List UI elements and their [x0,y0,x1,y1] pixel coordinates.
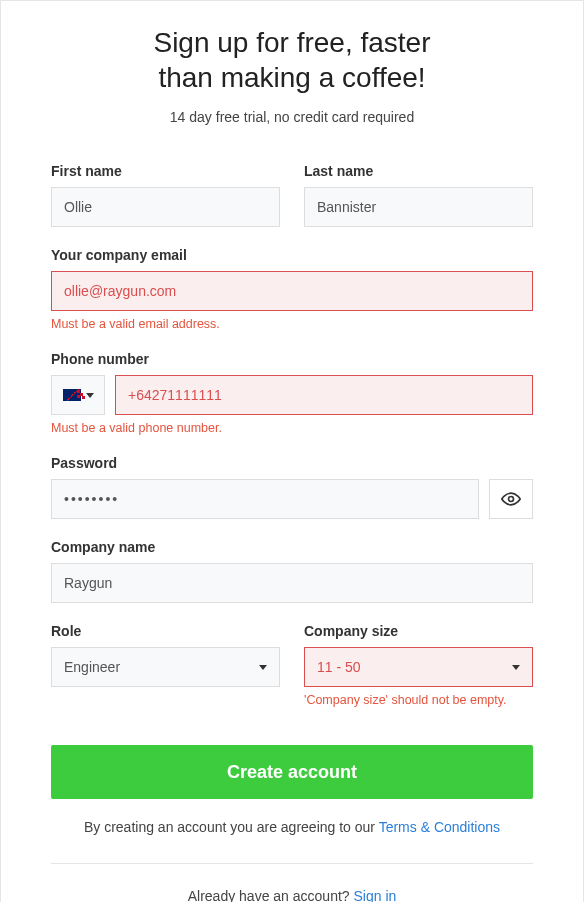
password-field: Password [51,455,533,519]
terms-link[interactable]: Terms & Conditions [379,819,500,835]
company-name-input[interactable] [51,563,533,603]
terms-text: By creating an account you are agreeing … [51,819,533,835]
last-name-input[interactable] [304,187,533,227]
company-size-field: Company size 11 - 50 'Company size' shou… [304,623,533,707]
email-field: Your company email Must be a valid email… [51,247,533,331]
company-name-label: Company name [51,539,533,555]
page-title: Sign up for free, faster than making a c… [51,25,533,95]
signin-prefix: Already have an account? [188,888,354,902]
create-account-button[interactable]: Create account [51,745,533,799]
terms-prefix: By creating an account you are agreeing … [84,819,379,835]
first-name-input[interactable] [51,187,280,227]
phone-field: Phone number Must be a valid phone numbe… [51,351,533,435]
phone-error: Must be a valid phone number. [51,421,533,435]
subheading: 14 day free trial, no credit card requir… [51,109,533,125]
email-error: Must be a valid email address. [51,317,533,331]
company-size-select[interactable]: 11 - 50 [304,647,533,687]
phone-input[interactable] [115,375,533,415]
svg-point-0 [509,497,514,502]
password-label: Password [51,455,533,471]
signin-text: Already have an account? Sign in [51,888,533,902]
first-name-label: First name [51,163,280,179]
toggle-password-button[interactable] [489,479,533,519]
divider [51,863,533,864]
email-label: Your company email [51,247,533,263]
role-select[interactable]: Engineer [51,647,280,687]
role-value: Engineer [64,659,120,675]
company-name-field: Company name [51,539,533,603]
company-size-value: 11 - 50 [317,659,361,675]
company-size-error: 'Company size' should not be empty. [304,693,533,707]
first-name-field: First name [51,163,280,227]
heading-line2: than making a coffee! [158,62,425,93]
phone-label: Phone number [51,351,533,367]
email-input[interactable] [51,271,533,311]
eye-icon [501,492,521,506]
last-name-field: Last name [304,163,533,227]
role-field: Role Engineer [51,623,280,707]
chevron-down-icon [86,393,94,398]
chevron-down-icon [259,665,267,670]
company-size-label: Company size [304,623,533,639]
role-label: Role [51,623,280,639]
last-name-label: Last name [304,163,533,179]
signup-form: Sign up for free, faster than making a c… [0,0,584,902]
flag-icon [63,389,81,401]
signin-link[interactable]: Sign in [353,888,396,902]
heading-line1: Sign up for free, faster [153,27,430,58]
country-selector[interactable] [51,375,105,415]
password-input[interactable] [51,479,479,519]
chevron-down-icon [512,665,520,670]
